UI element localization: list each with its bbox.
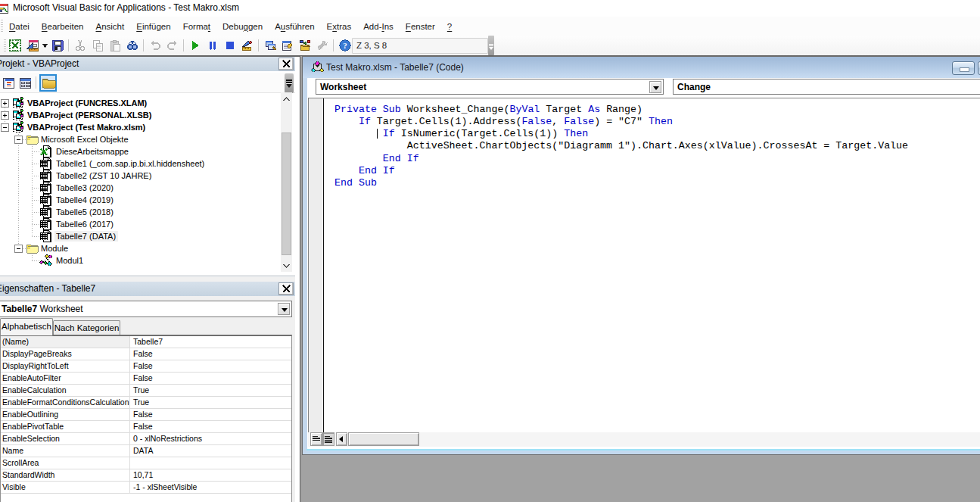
property-name[interactable]: EnableSelection xyxy=(1,433,130,444)
tab-nach-kategorien[interactable]: Nach Kategorien xyxy=(53,320,120,335)
property-name[interactable]: EnableFormatConditionsCalculation xyxy=(1,397,130,408)
scroll-thumb[interactable] xyxy=(348,432,419,446)
toolbox-button[interactable] xyxy=(313,37,331,54)
design-mode-button[interactable] xyxy=(238,37,256,54)
tree-item-label[interactable]: VBAProject (PERSONAL.XLSB) xyxy=(26,110,154,120)
tree-item[interactable]: VBAProject (PERSONAL.XLSB) xyxy=(0,109,280,121)
object-browser-button[interactable] xyxy=(296,37,313,54)
project-panel-close-button[interactable] xyxy=(278,58,294,70)
property-row[interactable]: ScrollArea xyxy=(1,457,291,469)
property-name[interactable]: (Name) xyxy=(1,336,130,348)
object-selector-combobox[interactable]: Tabelle7 Worksheet xyxy=(0,301,292,317)
property-name[interactable]: ScrollArea xyxy=(1,457,130,469)
tree-item-label[interactable]: VBAProject (FUNCRES.XLAM) xyxy=(26,98,149,108)
property-value[interactable]: 10,71 xyxy=(131,469,291,481)
tree-item-label[interactable]: Tabelle5 (2018) xyxy=(54,207,116,217)
project-toolbar-overflow-button[interactable] xyxy=(285,73,294,93)
property-row[interactable]: EnableAutoFilterFalse xyxy=(1,373,291,385)
menu-ansicht[interactable]: Ansicht xyxy=(90,19,131,34)
project-tree-scrollbar[interactable] xyxy=(281,92,292,272)
code-editor[interactable]: Private Sub Worksheet_Change(ByVal Targe… xyxy=(308,98,980,432)
properties-panel-titlebar[interactable]: Eigenschaften - Tabelle7 xyxy=(0,282,295,296)
collapse-icon[interactable] xyxy=(14,245,23,253)
tree-item-label[interactable]: Tabelle4 (2019) xyxy=(54,195,116,205)
toolbar-overflow-button[interactable] xyxy=(488,36,494,55)
collapse-icon[interactable] xyxy=(14,136,23,144)
property-name[interactable]: DisplayRightToLeft xyxy=(1,360,130,372)
tree-item-label[interactable]: VBAProject (Test Makro.xlsm) xyxy=(26,122,148,133)
tree-item[interactable]: Tabelle4 (2019) xyxy=(0,194,280,206)
menu-format[interactable]: Format xyxy=(177,19,216,34)
redo-button[interactable] xyxy=(163,37,181,54)
procedure-view-button[interactable] xyxy=(310,432,322,446)
property-value[interactable]: -1 - xlSheetVisible xyxy=(131,482,291,493)
property-value[interactable]: True xyxy=(131,385,291,396)
menu-bearbeiten[interactable]: Bearbeiten xyxy=(36,19,90,34)
tree-item-label[interactable]: Tabelle3 (2020) xyxy=(54,182,116,193)
dropdown-arrow-button[interactable] xyxy=(278,303,290,315)
object-dropdown[interactable]: Worksheet xyxy=(316,79,664,95)
menu-add-ins[interactable]: Add-Ins xyxy=(357,19,400,34)
property-row[interactable]: EnablePivotTableFalse xyxy=(1,421,291,433)
break-button[interactable] xyxy=(204,37,221,54)
insert-userform-dropdown-arrow[interactable] xyxy=(41,37,48,54)
insert-userform-button[interactable] xyxy=(23,37,41,54)
procedure-dropdown[interactable]: Change xyxy=(673,79,980,95)
scroll-down-arrow[interactable] xyxy=(281,259,292,272)
scroll-thumb[interactable] xyxy=(282,133,291,255)
project-explorer-button[interactable] xyxy=(261,37,278,54)
tree-item-label[interactable]: Tabelle2 (ZST 10 JAHRE) xyxy=(54,170,154,181)
menu-debuggen[interactable]: Debuggen xyxy=(216,19,269,34)
find-button[interactable] xyxy=(123,37,141,54)
property-value[interactable] xyxy=(131,457,291,469)
code-window-titlebar[interactable]: Test Makro.xlsm - Tabelle7 (Code) xyxy=(303,57,980,78)
view-code-icon[interactable] xyxy=(3,78,14,92)
property-row[interactable]: EnableCalculationTrue xyxy=(1,385,291,397)
property-value[interactable]: 0 - xlNoRestrictions xyxy=(131,433,291,444)
menu-ausf-hren[interactable]: Ausführen xyxy=(269,19,320,34)
collapse-icon[interactable] xyxy=(1,123,9,132)
property-name[interactable]: EnableOutlining xyxy=(1,409,130,420)
tree-item[interactable]: Modul1 xyxy=(0,254,280,267)
property-name[interactable]: EnableAutoFilter xyxy=(1,373,130,384)
paste-button[interactable] xyxy=(106,37,123,54)
tree-item-label[interactable]: Tabelle6 (2017) xyxy=(54,219,116,229)
tree-item-label[interactable]: Tabelle7 (DATA) xyxy=(54,231,118,242)
project-panel-titlebar[interactable]: Projekt - VBAProject xyxy=(0,57,295,71)
property-name[interactable]: DisplayPageBreaks xyxy=(1,348,130,360)
scroll-left-arrow[interactable] xyxy=(336,432,347,446)
tree-item[interactable]: Tabelle1 (_com.sap.ip.bi.xl.hiddensheet) xyxy=(0,157,280,170)
menu-extras[interactable]: Extras xyxy=(321,19,358,34)
undo-button[interactable] xyxy=(146,37,163,54)
property-name[interactable]: StandardWidth xyxy=(1,469,130,481)
tree-item[interactable]: VBAProject (Test Makro.xlsm) xyxy=(0,121,280,133)
properties-window-button[interactable] xyxy=(278,37,296,54)
minimize-button[interactable] xyxy=(952,61,975,75)
menu-datei[interactable]: Datei xyxy=(3,19,36,34)
tree-item-label[interactable]: Microsoft Excel Objekte xyxy=(39,134,131,145)
menu-fenster[interactable]: Fenster xyxy=(400,19,441,34)
property-row[interactable]: DisplayRightToLeftFalse xyxy=(1,360,291,373)
tree-item-label[interactable]: Module xyxy=(39,243,70,254)
tree-item[interactable]: DieseArbeitsmappe xyxy=(0,145,280,157)
tree-item[interactable]: Microsoft Excel Objekte xyxy=(0,133,280,145)
property-row[interactable]: EnableOutliningFalse xyxy=(1,409,291,421)
save-button[interactable] xyxy=(48,37,66,54)
property-value[interactable]: False xyxy=(131,360,291,372)
property-name[interactable]: EnableCalculation xyxy=(1,385,130,396)
property-name[interactable]: EnablePivotTable xyxy=(1,421,130,432)
margin-indicator-bar[interactable] xyxy=(309,98,324,432)
scroll-up-arrow[interactable] xyxy=(281,92,292,105)
property-row[interactable]: DisplayPageBreaksFalse xyxy=(1,348,291,360)
dropdown-arrow-button[interactable] xyxy=(649,81,661,93)
property-value[interactable]: False xyxy=(131,373,291,384)
expand-icon[interactable] xyxy=(1,111,9,120)
property-value[interactable]: False xyxy=(131,348,291,360)
tree-item[interactable]: Tabelle3 (2020) xyxy=(0,182,280,194)
tree-item-label[interactable]: DieseArbeitsmappe xyxy=(54,146,131,157)
property-value[interactable]: Tabelle7 xyxy=(131,336,291,348)
tree-item[interactable]: Tabelle6 (2017) xyxy=(0,218,280,230)
tree-item[interactable]: Tabelle7 (DATA) xyxy=(0,230,280,242)
copy-button[interactable] xyxy=(89,37,106,54)
menu-einf-gen[interactable]: Einfügen xyxy=(130,19,176,34)
